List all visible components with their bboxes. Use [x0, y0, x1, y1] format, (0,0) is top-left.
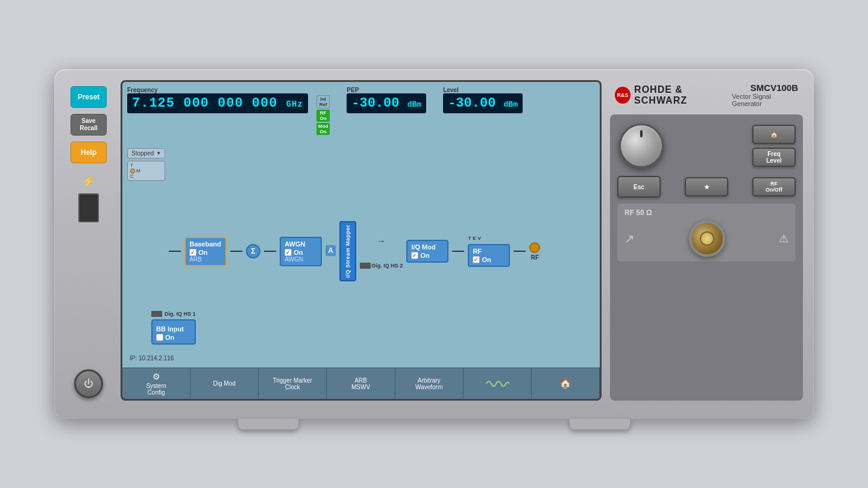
trigger-marker-label: Trigger MarkerClock: [273, 377, 312, 390]
frequency-label: Frequency: [127, 87, 308, 93]
rf-output-section-label: RF 50 Ω: [624, 208, 652, 217]
frequency-section: Frequency 7.125 000 000 000 GHz: [127, 87, 308, 113]
model-number: SMCV100B: [750, 83, 798, 93]
bb-input-block[interactable]: BB Input On: [151, 319, 196, 345]
model-info: SMCV100B Vector Signal Generator: [732, 83, 798, 107]
top-right-buttons: 🏠 FreqLevel: [752, 125, 796, 167]
dig-iq-hs1-icon: [151, 311, 162, 317]
foot-right: [570, 419, 630, 430]
frequency-value[interactable]: 7.125 000 000 000 GHz: [127, 93, 308, 113]
toolbar-arb-mswv[interactable]: ARBMSWV: [327, 368, 395, 399]
preset-button[interactable]: Preset: [71, 86, 107, 108]
foot-left: [238, 419, 298, 430]
iq-mod-checkbox[interactable]: ✓: [411, 252, 418, 259]
toolbar-waveform-icon[interactable]: [464, 368, 532, 399]
rf-output-section: RF 50 Ω ↗ ⚠: [617, 204, 796, 261]
label-a: A: [326, 245, 336, 256]
iq-rf-connector: [452, 251, 464, 252]
save-recall-button[interactable]: SaveRecall: [71, 114, 107, 136]
gear-icon: ⚙: [153, 372, 160, 381]
iq-mod-block[interactable]: I/Q Mod ✓ On: [406, 240, 448, 263]
rf-connector-row: ↗ ⚠: [624, 221, 788, 257]
level-section: Level -30.00 dBm: [443, 87, 523, 113]
screen-display: Frequency 7.125 000 000 000 GHz IntRef R…: [121, 80, 602, 401]
rf-indicators: IntRef RFOn ModOn: [316, 95, 330, 135]
toolbar-trigger-marker[interactable]: Trigger MarkerClock: [259, 368, 327, 399]
star-button[interactable]: ★: [685, 177, 728, 196]
awgn-checkbox[interactable]: ✓: [285, 249, 292, 256]
top-controls-row: 🏠 FreqLevel: [617, 122, 796, 170]
instrument-body: Preset SaveRecall Help ⚡ ⏻ Frequency 7.1…: [54, 69, 814, 419]
brand-header: R&S ROHDE & SCHWARZ SMCV100B Vector Sign…: [610, 80, 803, 110]
rf-output-dot: [529, 242, 540, 253]
rs-logo-circle: R&S: [615, 87, 631, 104]
tev-indicators: T E V: [468, 236, 481, 241]
toolbar-home[interactable]: 🏠: [532, 368, 600, 399]
stream-mapper: I/Q Stream Mapper: [339, 221, 356, 281]
connector-line2: [230, 251, 242, 252]
brand-logo: R&S ROHDE & SCHWARZ: [615, 84, 732, 106]
rf-dot-connector: [514, 251, 526, 252]
rf-output-label: RF: [531, 254, 539, 261]
tmc-selector[interactable]: T M C: [127, 161, 165, 181]
arrow-iq: →: [377, 236, 386, 246]
int-ref-indicator: IntRef: [316, 95, 330, 108]
main-knob-container: [617, 122, 665, 170]
dig-iq-hs2-label: Dig. IQ HS 2: [372, 263, 403, 269]
arbitrary-waveform-label: ArbitraryWaveform: [415, 377, 442, 390]
right-panel: R&S ROHDE & SCHWARZ SMCV100B Vector Sign…: [610, 80, 803, 401]
arb-mswv-label: ARBMSWV: [351, 377, 370, 390]
awgn-block[interactable]: AWGN ✓ On AWGN: [280, 237, 322, 266]
main-knob[interactable]: [619, 124, 664, 168]
rf-checkbox[interactable]: ✓: [473, 256, 480, 263]
usb-port: [78, 193, 99, 222]
controls-area: 🏠 FreqLevel Esc ★ RFOn/Off RF 50 Ω ↗ ⚠: [610, 114, 803, 401]
pep-label: PEP: [347, 87, 426, 93]
baseband-checkbox[interactable]: ✓: [189, 249, 197, 256]
rf-onoff-button[interactable]: RFOn/Off: [752, 177, 796, 196]
screen-toolbar: ⚙ SystemConfig Dig Mod Trigger MarkerClo…: [122, 368, 600, 399]
baseband-block[interactable]: Baseband ✓ On ARB: [184, 237, 227, 266]
sigma-summation: Σ: [246, 244, 260, 258]
toolbar-dig-mod[interactable]: Dig Mod: [190, 368, 259, 399]
middle-controls-row: Esc ★ RFOn/Off: [617, 176, 796, 198]
toolbar-arbitrary-waveform[interactable]: ArbitraryWaveform: [395, 368, 464, 399]
level-value[interactable]: -30.00 dBm: [443, 93, 523, 113]
home-icon: 🏠: [770, 131, 778, 138]
waveform-svg: [485, 378, 509, 390]
stopped-indicator: Stopped ▼: [127, 148, 165, 158]
left-panel: Preset SaveRecall Help ⚡ ⏻: [65, 80, 112, 401]
rf-connector[interactable]: [689, 221, 725, 257]
mod-on-indicator: ModOn: [316, 123, 330, 135]
esc-button[interactable]: Esc: [617, 176, 661, 198]
screen-header: Frequency 7.125 000 000 000 GHz IntRef R…: [127, 87, 595, 135]
home-toolbar-icon: 🏠: [559, 378, 571, 389]
connector-line: [169, 251, 181, 252]
toolbar-system-config[interactable]: ⚙ SystemConfig: [122, 368, 190, 399]
screen-content: Frequency 7.125 000 000 000 GHz IntRef R…: [122, 82, 600, 368]
pep-section: PEP -30.00 dBm: [347, 87, 426, 113]
brand-name: ROHDE & SCHWARZ: [634, 84, 732, 106]
dig-icon-hs2: [360, 263, 371, 269]
warning-icon: ⚠: [779, 232, 788, 245]
rf-on-indicator: RFOn: [316, 110, 330, 122]
level-label: Level: [443, 87, 523, 93]
model-description: Vector Signal Generator: [732, 93, 798, 107]
help-button[interactable]: Help: [71, 142, 107, 163]
power-button[interactable]: ⏻: [74, 369, 103, 398]
system-config-label: SystemConfig: [146, 383, 166, 396]
bb-input-checkbox[interactable]: [156, 334, 163, 341]
rf-block[interactable]: RF ✓ On: [468, 244, 510, 267]
pep-value[interactable]: -30.00 dBm: [347, 93, 426, 113]
rf-arrow-icon: ↗: [624, 231, 635, 246]
usb-icon: ⚡: [80, 175, 98, 187]
home-button[interactable]: 🏠: [752, 125, 796, 144]
freq-level-button[interactable]: FreqLevel: [752, 148, 796, 167]
connector-line3: [264, 251, 276, 252]
block-diagram: Stopped ▼ T M C: [127, 140, 595, 363]
star-icon: ★: [704, 184, 709, 190]
dig-mod-label: Dig Mod: [213, 380, 236, 387]
ip-address: IP: 10.214.2.116: [130, 355, 174, 361]
dig-iq-hs1-label: Dig. IQ HS 1: [165, 311, 196, 317]
foot-stands: [102, 419, 766, 430]
